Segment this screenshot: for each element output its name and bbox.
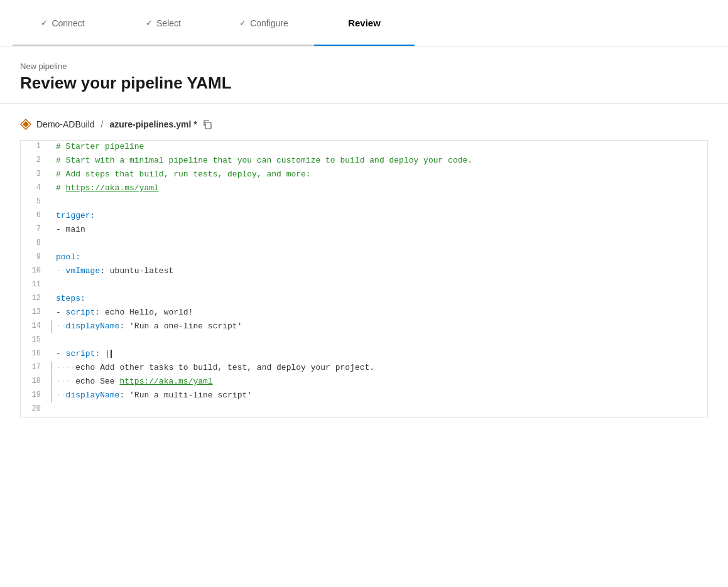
svg-rect-2 [205, 122, 211, 129]
line-number: 15 [21, 334, 51, 346]
code-line: 4# https://aka.ms/yaml [21, 182, 707, 196]
line-content: ····echo See https://aka.ms/yaml [51, 375, 707, 389]
wizard-nav: ✓ Connect ✓ Select ✓ Configure Review [0, 0, 728, 46]
line-content: # https://aka.ms/yaml [51, 182, 707, 195]
page-title: Review your pipeline YAML [20, 73, 708, 93]
code-line: 15 [21, 334, 707, 348]
line-content: trigger: [51, 210, 707, 223]
step-label-connect: Connect [52, 18, 84, 28]
file-header: Demo-ADBuild / azure-pipelines.yml * [20, 119, 708, 130]
wizard-step-select[interactable]: ✓ Select [113, 0, 214, 46]
code-line: 2# Start with a minimal pipeline that yo… [21, 154, 707, 168]
line-number: 18 [21, 375, 51, 387]
code-line: 20 [21, 403, 707, 417]
copy-icon[interactable] [202, 119, 212, 129]
line-content: # Add steps that build, run tests, deplo… [51, 168, 707, 181]
code-line: 3# Add steps that build, run tests, depl… [21, 168, 707, 182]
line-content [51, 334, 707, 347]
line-number: 6 [21, 210, 51, 222]
line-content [51, 279, 707, 292]
step-label-review: Review [348, 18, 381, 28]
repo-name: Demo-ADBuild [36, 119, 95, 129]
line-content: - script: | [51, 348, 707, 361]
repo-icon [20, 119, 31, 130]
line-number: 16 [21, 348, 51, 360]
line-number: 10 [21, 265, 51, 277]
check-icon-select: ✓ [146, 18, 153, 28]
check-icon-configure: ✓ [239, 18, 246, 28]
line-number: 7 [21, 223, 51, 235]
code-line: 1# Starter pipeline [21, 141, 707, 154]
code-line: 7- main [21, 223, 707, 237]
code-line: 5 [21, 196, 707, 210]
line-number: 4 [21, 182, 51, 194]
code-line: 8 [21, 237, 707, 251]
code-line: 11 [21, 279, 707, 293]
wizard-step-configure[interactable]: ✓ Configure [214, 0, 314, 46]
code-line: 19··displayName: 'Run a multi-line scrip… [21, 389, 707, 403]
line-content: ··vmImage: ubuntu-latest [51, 265, 707, 278]
line-number: 12 [21, 293, 51, 304]
line-content: - main [51, 223, 707, 237]
line-content: # Start with a minimal pipeline that you… [51, 154, 707, 168]
line-number: 14 [21, 320, 51, 332]
line-content: # Starter pipeline [51, 141, 707, 154]
line-number: 9 [21, 251, 51, 263]
line-content [51, 196, 707, 209]
wizard-step-review[interactable]: Review [314, 0, 415, 46]
code-editor[interactable]: 1# Starter pipeline2# Start with a minim… [20, 140, 708, 417]
path-separator: / [101, 119, 104, 129]
line-number: 5 [21, 196, 51, 208]
line-content: ····echo Add other tasks to build, test,… [51, 362, 707, 375]
line-content: steps: [51, 293, 707, 306]
code-line: 10··vmImage: ubuntu-latest [21, 265, 707, 279]
line-number: 20 [21, 403, 51, 415]
line-number: 1 [21, 141, 51, 153]
step-underline-review [314, 45, 415, 46]
line-content: pool: [51, 251, 707, 264]
line-number: 13 [21, 306, 51, 318]
code-line: 12steps: [21, 293, 707, 306]
line-content [51, 403, 707, 416]
line-number: 3 [21, 168, 51, 180]
line-content: ··displayName: 'Run a multi-line script' [51, 389, 707, 402]
line-content: ··displayName: 'Run a one-line script' [51, 320, 707, 333]
wizard-step-connect[interactable]: ✓ Connect [13, 0, 113, 46]
breadcrumb: New pipeline [20, 62, 708, 71]
main-content: Demo-ADBuild / azure-pipelines.yml * 1# … [0, 104, 728, 433]
code-line: 18····echo See https://aka.ms/yaml [21, 375, 707, 389]
step-underline-configure [214, 45, 314, 46]
step-label-configure: Configure [250, 18, 288, 28]
code-line: 13- script: echo Hello, world! [21, 306, 707, 320]
line-content [51, 237, 707, 250]
code-line: 17····echo Add other tasks to build, tes… [21, 362, 707, 375]
step-underline-select [113, 45, 214, 46]
line-content: - script: echo Hello, world! [51, 306, 707, 320]
step-underline-connect [13, 45, 113, 46]
line-number: 19 [21, 389, 51, 401]
line-number: 17 [21, 362, 51, 374]
line-number: 2 [21, 154, 51, 166]
code-line: 14··displayName: 'Run a one-line script' [21, 320, 707, 334]
code-line: 9pool: [21, 251, 707, 265]
page-header: New pipeline Review your pipeline YAML [0, 46, 728, 104]
line-number: 11 [21, 279, 51, 291]
line-number: 8 [21, 237, 51, 249]
code-line: 16- script: | [21, 348, 707, 362]
check-icon-connect: ✓ [41, 18, 48, 28]
file-name: azure-pipelines.yml * [109, 119, 197, 129]
step-label-select: Select [156, 18, 181, 28]
code-line: 6trigger: [21, 210, 707, 223]
